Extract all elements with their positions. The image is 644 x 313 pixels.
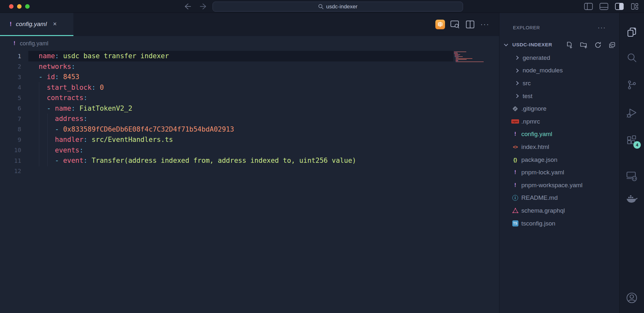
file-label: index.html xyxy=(521,143,549,151)
source-control-icon[interactable] xyxy=(624,77,639,93)
explorer-more-actions-icon[interactable]: ··· xyxy=(598,24,606,31)
line-number: 9 xyxy=(0,136,21,143)
info-readme-icon: i xyxy=(512,195,518,201)
minimap-line xyxy=(454,52,458,53)
traffic-lights xyxy=(9,4,30,9)
back-arrow-icon[interactable] xyxy=(182,2,191,11)
file-row-tsconfig-json[interactable]: TStsconfig.json xyxy=(499,217,620,230)
line-content: address: xyxy=(21,115,88,123)
line-number: 6 xyxy=(0,105,21,112)
file-row-package-json[interactable]: {}package.json xyxy=(499,153,620,166)
code-line[interactable]: 3- id: 8453 xyxy=(0,72,499,82)
code-line[interactable]: 12 xyxy=(0,166,499,177)
forward-arrow-icon[interactable] xyxy=(200,2,209,11)
line-content: contracts: xyxy=(21,94,88,102)
file-row-config-yaml[interactable]: !config.yaml xyxy=(499,128,620,141)
close-window-button[interactable] xyxy=(9,4,14,9)
run-debug-icon[interactable] xyxy=(624,106,639,121)
line-number: 11 xyxy=(0,157,21,164)
zoom-window-button[interactable] xyxy=(25,4,30,9)
code-line[interactable]: 9 handler: src/EventHandlers.ts xyxy=(0,134,499,145)
graphql-file-icon xyxy=(512,208,518,214)
titlebar: usdc-indexer xyxy=(0,0,644,13)
file-row-pnpm-workspace-yaml[interactable]: !pnpm-workspace.yaml xyxy=(499,179,620,192)
code-line[interactable]: 4 start_block: 0 xyxy=(0,82,499,93)
line-number: 2 xyxy=(0,63,21,70)
file-label: schema.graphql xyxy=(521,207,565,214)
refresh-icon[interactable] xyxy=(594,41,602,49)
file-row-pnpm-lock-yaml[interactable]: !pnpm-lock.yaml xyxy=(499,166,620,179)
minimap-line xyxy=(454,58,472,59)
search-view-icon[interactable] xyxy=(624,50,639,66)
open-preview-icon[interactable] xyxy=(450,20,460,29)
breadcrumb[interactable]: ! config.yaml xyxy=(0,36,499,51)
minimize-window-button[interactable] xyxy=(17,4,22,9)
folder-row-src[interactable]: src xyxy=(499,77,620,90)
chevron-right-icon xyxy=(515,81,519,86)
file-row-schema-graphql[interactable]: schema.graphql xyxy=(499,204,620,217)
line-content: - id: 8453 xyxy=(21,73,79,81)
code-line[interactable]: 2networks: xyxy=(0,61,499,72)
typescript-file-icon: TS xyxy=(512,220,518,226)
file-row--gitignore[interactable]: .gitignore xyxy=(499,102,620,115)
chevron-right-icon xyxy=(515,69,519,73)
yaml-file-icon: ! xyxy=(14,40,15,47)
search-icon xyxy=(318,4,324,9)
line-number: 5 xyxy=(0,95,21,101)
minimap[interactable] xyxy=(454,51,498,89)
extensions-view-icon[interactable]: 4 xyxy=(624,133,639,148)
line-number: 8 xyxy=(0,126,21,133)
remote-explorer-icon[interactable] xyxy=(624,169,639,184)
split-editor-icon[interactable] xyxy=(466,20,475,29)
search-value: usdc-indexer xyxy=(326,4,357,10)
toggle-panel-icon[interactable] xyxy=(599,3,609,10)
collapse-folders-icon[interactable] xyxy=(608,41,616,49)
project-root-row[interactable]: USDC-INDEXER xyxy=(499,39,620,51)
customize-layout-icon[interactable] xyxy=(630,3,639,10)
toggle-secondary-sidebar-icon[interactable] xyxy=(614,3,624,10)
docker-view-icon[interactable] xyxy=(624,191,639,207)
activity-bar: 4 xyxy=(619,13,644,313)
file-label: pnpm-lock.yaml xyxy=(521,169,564,176)
code-editor[interactable]: 1name: usdc base transfer indexer2networ… xyxy=(0,51,499,176)
code-line[interactable]: 8 - 0x833589fCD6eDb6E08f4c7C32D4f71b54bd… xyxy=(0,124,499,135)
folder-row-node-modules[interactable]: node_modules xyxy=(499,64,620,77)
file-label: tsconfig.json xyxy=(521,220,555,227)
file-row--npmrc[interactable]: npm.npmrc xyxy=(499,115,620,128)
editor-group: ! config.yaml × ··· ! config.yaml 1name:… xyxy=(0,13,499,313)
indent-guide xyxy=(47,114,48,166)
extension-cjk-icon[interactable] xyxy=(435,20,445,29)
file-label: README.md xyxy=(521,194,558,201)
json-file-icon: {} xyxy=(513,157,517,162)
folder-row-test[interactable]: test xyxy=(499,90,620,103)
explorer-view-icon[interactable] xyxy=(624,24,639,40)
line-number: 3 xyxy=(0,74,21,80)
file-label: pnpm-workspace.yaml xyxy=(521,182,582,189)
line-number: 12 xyxy=(0,168,21,174)
new-folder-icon[interactable] xyxy=(580,41,588,49)
code-line[interactable]: 5 contracts: xyxy=(0,93,499,103)
file-label: src xyxy=(523,80,531,87)
chevron-right-icon xyxy=(515,94,519,98)
line-number: 7 xyxy=(0,115,21,122)
file-row-index-html[interactable]: <>index.html xyxy=(499,141,620,153)
editor-more-actions-icon[interactable]: ··· xyxy=(480,20,489,29)
git-file-icon xyxy=(513,106,518,112)
folder-row-generated[interactable]: generated xyxy=(499,51,620,64)
line-number: 10 xyxy=(0,147,21,153)
tab-bar: ! config.yaml × ··· xyxy=(0,13,499,36)
file-label: node_modules xyxy=(523,67,563,74)
global-search-input[interactable]: usdc-indexer xyxy=(213,2,463,12)
account-icon[interactable] xyxy=(624,290,639,306)
code-line[interactable]: 7 address: xyxy=(0,114,499,124)
code-line[interactable]: 10 events: xyxy=(0,145,499,156)
file-row-readme-md[interactable]: iREADME.md xyxy=(499,192,620,205)
minimap-line xyxy=(454,60,458,61)
line-content: events: xyxy=(21,146,83,154)
toggle-primary-sidebar-icon[interactable] xyxy=(583,3,593,10)
code-line[interactable]: 1name: usdc base transfer indexer xyxy=(0,51,499,61)
code-line[interactable]: 11 - event: Transfer(address indexed fro… xyxy=(0,155,499,166)
code-line[interactable]: 6 - name: FiatTokenV2_2 xyxy=(0,103,499,114)
new-file-icon[interactable] xyxy=(565,41,574,49)
minimap-line xyxy=(454,61,484,62)
